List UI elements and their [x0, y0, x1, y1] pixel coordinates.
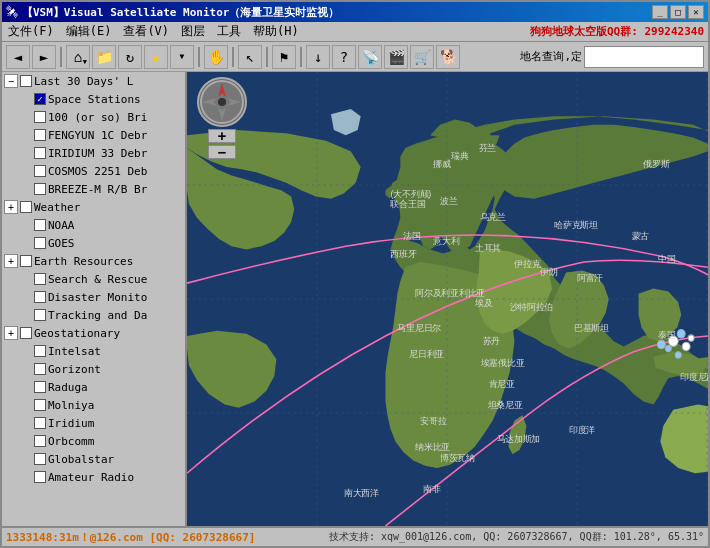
sidebar-item[interactable]: 100 (or so) Bri: [2, 108, 185, 126]
menu-edit[interactable]: 编辑(E): [60, 21, 118, 42]
item-checkbox[interactable]: [34, 399, 46, 411]
sidebar-list-container[interactable]: −Last 30 Days' L✓Space Stations100 (or s…: [2, 72, 185, 526]
item-checkbox[interactable]: [34, 363, 46, 375]
tree-expand-icon[interactable]: [18, 164, 32, 178]
zoom-out-button[interactable]: −: [208, 145, 236, 159]
home-button[interactable]: ⌂ ▼: [66, 45, 90, 69]
item-checkbox[interactable]: [34, 471, 46, 483]
sidebar-item[interactable]: Raduga: [2, 378, 185, 396]
tree-expand-icon[interactable]: [18, 452, 32, 466]
sidebar-item[interactable]: COSMOS 2251 Deb: [2, 162, 185, 180]
tree-expand-icon[interactable]: [18, 92, 32, 106]
sidebar-item[interactable]: −Last 30 Days' L: [2, 72, 185, 90]
item-checkbox[interactable]: [20, 75, 32, 87]
sidebar-item[interactable]: Amateur Radio: [2, 468, 185, 486]
back-button[interactable]: ◄: [6, 45, 30, 69]
item-checkbox[interactable]: [34, 183, 46, 195]
forward-button[interactable]: ►: [32, 45, 56, 69]
tree-expand-icon[interactable]: [18, 218, 32, 232]
item-checkbox[interactable]: [34, 453, 46, 465]
help-button[interactable]: ?: [332, 45, 356, 69]
sidebar-item[interactable]: +Weather: [2, 198, 185, 216]
tree-expand-icon[interactable]: [18, 272, 32, 286]
download-button[interactable]: ↓: [306, 45, 330, 69]
item-checkbox[interactable]: [34, 129, 46, 141]
item-checkbox[interactable]: ✓: [34, 93, 46, 105]
menu-view[interactable]: 查看(V): [117, 21, 175, 42]
sidebar-item[interactable]: IRIDIUM 33 Debr: [2, 144, 185, 162]
sidebar-item[interactable]: Molniya: [2, 396, 185, 414]
tree-expand-icon[interactable]: [18, 290, 32, 304]
tree-expand-icon[interactable]: [18, 344, 32, 358]
folder-button[interactable]: 📁: [92, 45, 116, 69]
item-checkbox[interactable]: [34, 165, 46, 177]
tree-expand-icon[interactable]: [18, 128, 32, 142]
tree-expand-icon[interactable]: [18, 416, 32, 430]
sidebar-item[interactable]: Search & Rescue: [2, 270, 185, 288]
item-checkbox[interactable]: [34, 237, 46, 249]
menu-tools[interactable]: 工具: [211, 21, 247, 42]
sidebar-item[interactable]: +Geostationary: [2, 324, 185, 342]
sidebar-item[interactable]: Globalstar: [2, 450, 185, 468]
item-checkbox[interactable]: [34, 219, 46, 231]
menu-file[interactable]: 文件(F): [2, 21, 60, 42]
sidebar-item[interactable]: ✓Space Stations: [2, 90, 185, 108]
tree-expand-icon[interactable]: +: [4, 200, 18, 214]
satellite-button[interactable]: 📡: [358, 45, 382, 69]
search-input[interactable]: [584, 46, 704, 68]
item-checkbox[interactable]: [20, 201, 32, 213]
flag-button[interactable]: ⚑: [272, 45, 296, 69]
item-checkbox[interactable]: [20, 327, 32, 339]
menu-help[interactable]: 帮助(H): [247, 21, 305, 42]
tree-expand-icon[interactable]: [18, 470, 32, 484]
menu-layers[interactable]: 图层: [175, 21, 211, 42]
sidebar-item[interactable]: NOAA: [2, 216, 185, 234]
maximize-button[interactable]: □: [670, 5, 686, 19]
hand-tool-button[interactable]: ✋: [204, 45, 228, 69]
tree-expand-icon[interactable]: −: [4, 74, 18, 88]
tree-expand-icon[interactable]: [18, 380, 32, 394]
tree-expand-icon[interactable]: [18, 398, 32, 412]
tree-expand-icon[interactable]: +: [4, 254, 18, 268]
tree-expand-icon[interactable]: [18, 308, 32, 322]
item-checkbox[interactable]: [34, 291, 46, 303]
arrow-tool-button[interactable]: ↖: [238, 45, 262, 69]
item-checkbox[interactable]: [34, 345, 46, 357]
dog-button[interactable]: 🐕: [436, 45, 460, 69]
sidebar-item[interactable]: Iridium: [2, 414, 185, 432]
close-button[interactable]: ✕: [688, 5, 704, 19]
star-dropdown-button[interactable]: ▼: [170, 45, 194, 69]
shop-button[interactable]: 🛒: [410, 45, 434, 69]
item-checkbox[interactable]: [34, 381, 46, 393]
tree-expand-icon[interactable]: [18, 110, 32, 124]
sidebar-item[interactable]: Orbcomm: [2, 432, 185, 450]
item-checkbox[interactable]: [34, 417, 46, 429]
film-button[interactable]: 🎬: [384, 45, 408, 69]
sidebar-item[interactable]: Disaster Monito: [2, 288, 185, 306]
compass-ring[interactable]: [197, 77, 247, 127]
item-checkbox[interactable]: [34, 273, 46, 285]
tree-expand-icon[interactable]: [18, 362, 32, 376]
zoom-in-button[interactable]: +: [208, 129, 236, 143]
item-checkbox[interactable]: [34, 111, 46, 123]
tree-expand-icon[interactable]: [18, 236, 32, 250]
tree-expand-icon[interactable]: [18, 146, 32, 160]
sidebar-item[interactable]: Tracking and Da: [2, 306, 185, 324]
item-checkbox[interactable]: [20, 255, 32, 267]
sidebar-item[interactable]: Gorizont: [2, 360, 185, 378]
sidebar-item[interactable]: BREEZE-M R/B Br: [2, 180, 185, 198]
item-checkbox[interactable]: [34, 147, 46, 159]
item-checkbox[interactable]: [34, 435, 46, 447]
map-area[interactable]: 俄罗斯 中国 日本 哈萨克斯坦 蒙古 韩国 印度尼西亚 泰国 巴布 几内 巴基斯…: [187, 72, 708, 526]
item-checkbox[interactable]: [34, 309, 46, 321]
sidebar-item[interactable]: Intelsat: [2, 342, 185, 360]
tree-expand-icon[interactable]: [18, 182, 32, 196]
sidebar-item[interactable]: FENGYUN 1C Debr: [2, 126, 185, 144]
tree-expand-icon[interactable]: +: [4, 326, 18, 340]
refresh-button[interactable]: ↻: [118, 45, 142, 69]
sidebar-item[interactable]: GOES: [2, 234, 185, 252]
sidebar-item[interactable]: +Earth Resources: [2, 252, 185, 270]
minimize-button[interactable]: _: [652, 5, 668, 19]
star-button[interactable]: ★: [144, 45, 168, 69]
tree-expand-icon[interactable]: [18, 434, 32, 448]
